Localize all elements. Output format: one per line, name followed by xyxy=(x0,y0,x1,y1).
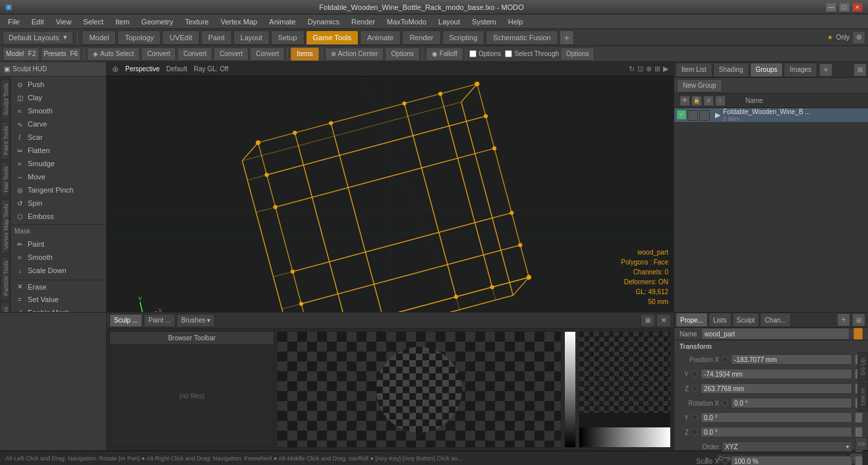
new-tab-button[interactable]: + xyxy=(560,30,574,45)
menu-item[interactable]: Item xyxy=(110,16,134,27)
ptab-chan[interactable]: Chan... xyxy=(760,313,790,327)
tab-render[interactable]: Render xyxy=(402,30,440,45)
brushes-dropdown-icon[interactable]: ▾ xyxy=(207,317,210,324)
viewport-more-icon[interactable]: ▶ xyxy=(663,65,668,73)
menu-view[interactable]: View xyxy=(51,16,77,27)
viewport-perspective-label[interactable]: Perspective xyxy=(125,65,159,73)
tab-scripting[interactable]: Scripting xyxy=(442,30,485,45)
menu-select[interactable]: Select xyxy=(78,16,109,27)
rptab-plus-button[interactable]: + xyxy=(819,63,832,77)
group-expand-icon[interactable]: ▶ xyxy=(715,111,720,119)
vtab-hair-tools[interactable]: Hair Tools xyxy=(1,162,10,197)
tab-uvedit[interactable]: UVEdit xyxy=(162,30,199,45)
tab-topology[interactable]: Topology xyxy=(117,30,161,45)
menu-vertex-map[interactable]: Vertex Map xyxy=(216,16,263,27)
rotation-z-value[interactable]: 0.0 ° xyxy=(701,427,852,437)
items-button[interactable]: Items xyxy=(291,47,318,61)
tab-model[interactable]: Model xyxy=(82,30,116,45)
rptab-groups[interactable]: Groups xyxy=(750,63,784,77)
vtab-sculpt-tools[interactable]: Sculpt Tools xyxy=(1,78,10,119)
group-item-solo-icon[interactable] xyxy=(699,110,710,121)
f6-key[interactable]: F6 xyxy=(70,50,78,57)
close-button[interactable]: ✕ xyxy=(852,3,863,12)
tool-smooth[interactable]: ≈ Smooth xyxy=(12,104,105,117)
name-action-button[interactable] xyxy=(854,328,863,340)
action-center-button[interactable]: ⊕ Action Center xyxy=(325,47,384,61)
viewport-nav-icon[interactable]: ⊕ xyxy=(112,65,119,74)
tool-push[interactable]: ⊙ Push xyxy=(12,78,105,91)
tool-scar[interactable]: / Scar xyxy=(12,131,105,144)
viewport-frame-icon[interactable]: ⊞ xyxy=(654,65,660,73)
select-through-check[interactable]: Select Through xyxy=(505,50,559,57)
auto-select-button[interactable]: ◈ Auto Select xyxy=(87,47,140,61)
sculpt-hud[interactable]: ▣ Sculpt HUD xyxy=(0,62,106,77)
rptab-images[interactable]: Images xyxy=(784,63,817,77)
group-solo-icon[interactable]: S xyxy=(703,96,714,106)
position-y-value[interactable]: -74.1934 mm xyxy=(701,369,852,379)
tool-enable-mask[interactable]: ✓ Enable Mask xyxy=(12,306,105,312)
scale-x-drag[interactable] xyxy=(855,456,863,465)
scale-x-value[interactable]: 100.0 % xyxy=(731,456,852,465)
menu-help[interactable]: Help xyxy=(503,16,529,27)
ptab-lists[interactable]: Lists xyxy=(709,313,732,327)
menu-dynamics[interactable]: Dynamics xyxy=(303,16,345,27)
viewport-default-label[interactable]: Default xyxy=(166,65,187,73)
tool-emboss[interactable]: ⬡ Emboss xyxy=(12,210,105,223)
tool-clay[interactable]: ◫ Clay xyxy=(12,91,105,104)
menu-maxtomodo[interactable]: MaxToModo xyxy=(382,16,432,27)
tool-flatten[interactable]: ═ Flatten xyxy=(12,144,105,157)
group-lock-icon[interactable]: 🔒 xyxy=(691,96,702,106)
options-check-2[interactable]: Options xyxy=(469,50,501,57)
vtab-paint-tools[interactable]: Paint Tools xyxy=(1,121,10,160)
f2-key[interactable]: F2 xyxy=(28,50,36,57)
bottom-expand-btn[interactable]: ⊞ xyxy=(641,314,655,327)
use-in-tab[interactable]: Use In xyxy=(857,383,868,412)
tab-animate[interactable]: Animate xyxy=(360,30,401,45)
group-vis-icon[interactable]: ✓ xyxy=(677,110,686,119)
position-y-radio[interactable] xyxy=(691,371,698,377)
vtab-particle-tools[interactable]: Particle Tools xyxy=(1,256,10,300)
position-x-value[interactable]: -183.7077 mm xyxy=(731,354,852,365)
vtab-vertex-map-tools[interactable]: Vertex Map Tools xyxy=(1,199,10,254)
rotation-y-radio[interactable] xyxy=(691,414,698,421)
menu-geometry[interactable]: Geometry xyxy=(136,16,178,27)
rptab-shading[interactable]: Shading xyxy=(713,63,749,77)
tool-erase[interactable]: ✕ Erase xyxy=(12,280,105,293)
convert-button-2[interactable]: Convert xyxy=(177,47,212,61)
maximize-button[interactable]: □ xyxy=(839,3,850,12)
position-z-value[interactable]: 263.7768 mm xyxy=(701,383,852,394)
tool-spin[interactable]: ↺ Spin xyxy=(12,197,105,210)
tool-move[interactable]: ↔ Move xyxy=(12,170,105,183)
props-bottom-expand[interactable]: >> xyxy=(855,437,868,450)
btab-paint[interactable]: Paint ... xyxy=(144,314,175,327)
menu-edit[interactable]: Edit xyxy=(26,16,49,27)
convert-button-4[interactable]: Convert xyxy=(250,47,285,61)
ptab-plus[interactable]: + xyxy=(837,313,850,326)
menu-animate[interactable]: Animate xyxy=(264,16,301,27)
tool-smooth-mask[interactable]: ≈ Smooth xyxy=(12,251,105,264)
btab-sculpt[interactable]: Sculp ... xyxy=(109,314,142,327)
options-checkbox[interactable] xyxy=(469,50,477,57)
tool-paint-mask[interactable]: ✏ Paint xyxy=(12,237,105,251)
new-group-button[interactable]: New Group xyxy=(677,79,722,92)
menu-texture[interactable]: Texture xyxy=(180,16,214,27)
gradient-bar[interactable] xyxy=(564,331,576,448)
falloff-button[interactable]: ◉ Falloff xyxy=(426,47,463,61)
ptab-properties[interactable]: Prope... xyxy=(676,313,708,327)
group-item-lock-icon[interactable] xyxy=(687,110,698,121)
tab-game-tools[interactable]: Game Tools xyxy=(306,30,359,45)
rotation-z-radio[interactable] xyxy=(691,429,698,435)
btab-brushes[interactable]: Brushes ▾ xyxy=(177,314,215,327)
tab-layout[interactable]: Layout xyxy=(233,30,270,45)
tool-smudge[interactable]: ≈ Smudge xyxy=(12,157,105,170)
tool-set-value[interactable]: = Set Value xyxy=(12,293,105,306)
ptab-expand[interactable]: ⊞ xyxy=(852,313,865,326)
order-dropdown[interactable]: XYZ ▾ xyxy=(722,441,852,452)
menu-system[interactable]: System xyxy=(467,16,502,27)
tab-setup[interactable]: Setup xyxy=(271,30,304,45)
ptab-sculpt[interactable]: Sculpt xyxy=(732,313,760,327)
bottom-fullscreen-btn[interactable]: ✕ xyxy=(656,314,671,327)
tool-tangent-pinch[interactable]: ◎ Tangent Pinch xyxy=(12,183,105,197)
tool-carve[interactable]: ∿ Carve xyxy=(12,117,105,131)
scale-x-radio[interactable] xyxy=(722,458,728,464)
